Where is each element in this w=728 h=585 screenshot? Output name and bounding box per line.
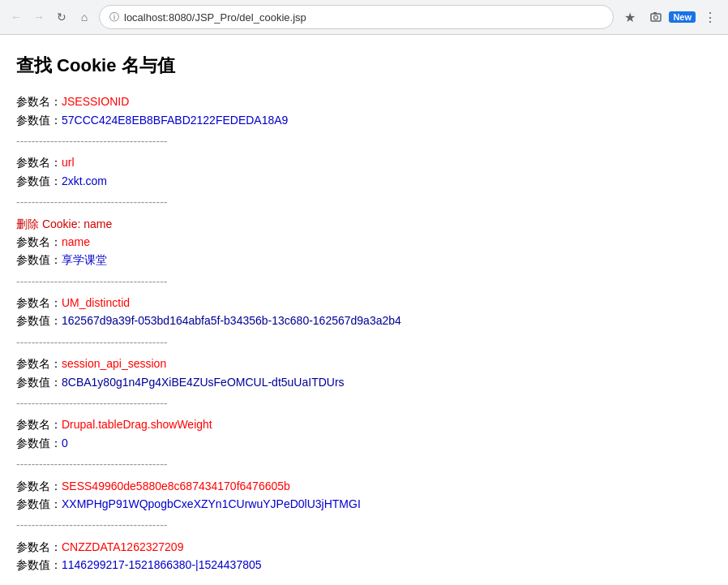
- screenshot-button[interactable]: [644, 6, 667, 28]
- param-value-6: 参数值：0: [16, 434, 712, 452]
- param-name-4: 参数名：UM_distinctid: [16, 294, 712, 312]
- param-name-6: 参数名：Drupal.tableDrag.showWeight: [16, 415, 712, 433]
- separator-3: ----------------------------------------: [16, 273, 712, 290]
- toolbar-right: ★ New ⋮: [619, 6, 722, 28]
- nav-buttons: ← → ↻ ⌂: [6, 7, 94, 27]
- separator-6: ----------------------------------------: [16, 455, 712, 473]
- separator-7: ----------------------------------------: [16, 516, 712, 534]
- page-title: 查找 Cookie 名与值: [16, 51, 712, 80]
- separator-1: ----------------------------------------: [16, 132, 712, 150]
- separator-4: ----------------------------------------: [16, 333, 712, 351]
- cookie-entry-5: 参数名：session_api_session 参数值：8CBA1y80g1n4…: [16, 355, 712, 412]
- cookie-entry-1: 参数名：JSESSIONID 参数值：57CCC424E8EB8BFABD212…: [16, 92, 712, 150]
- param-name-3: 参数名：name: [16, 233, 712, 251]
- param-value-8: 参数值：1146299217-1521866380-|1524437805: [16, 556, 712, 574]
- param-value-7: 参数值：XXMPHgP91WQpogbCxeXZYn1CUrwuYJPeD0lU…: [16, 495, 712, 513]
- param-name-5: 参数名：session_api_session: [16, 355, 712, 372]
- svg-rect-2: [653, 12, 657, 14]
- svg-point-1: [654, 15, 658, 19]
- param-name-1: 参数名：JSESSIONID: [16, 92, 712, 110]
- separator-5: ----------------------------------------: [16, 394, 712, 412]
- cookie-entry-6: 参数名：Drupal.tableDrag.showWeight 参数值：0 --…: [16, 415, 712, 473]
- browser-toolbar: ← → ↻ ⌂ ⓘ ★ New ⋮: [0, 0, 728, 34]
- page-content: 查找 Cookie 名与值 参数名：JSESSIONID 参数值：57CCC42…: [0, 35, 728, 585]
- bookmark-button[interactable]: ★: [619, 6, 641, 28]
- separator-2: ----------------------------------------: [16, 193, 712, 211]
- cookie-entry-8: 参数名：CNZZDATA1262327209 参数值：1146299217-15…: [16, 538, 712, 585]
- lock-icon: ⓘ: [109, 11, 119, 24]
- cookie-entry-2: 参数名：url 参数值：2xkt.com -------------------…: [16, 153, 712, 211]
- param-value-1: 参数值：57CCC424E8EB8BFABD2122FEDEDA18A9: [16, 111, 712, 129]
- new-badge: New: [669, 11, 696, 23]
- param-name-2: 参数名：url: [16, 153, 712, 171]
- more-button[interactable]: ⋮: [699, 6, 722, 28]
- cookie-entry-7: 参数名：SESS49960de5880e8c687434170f6476605b…: [16, 477, 712, 535]
- back-button[interactable]: ←: [6, 7, 26, 27]
- browser-chrome: ← → ↻ ⌂ ⓘ ★ New ⋮: [0, 0, 728, 35]
- param-value-3: 参数值：享学课堂: [16, 251, 712, 269]
- param-name-8: 参数名：CNZZDATA1262327209: [16, 538, 712, 556]
- param-value-4: 参数值：162567d9a39f-053bd164abfa5f-b34356b-…: [16, 312, 712, 329]
- cookie-entry-3: 删除 Cookie: name 参数名：name 参数值：享学课堂 ------…: [16, 215, 712, 291]
- delete-notice: 删除 Cookie: name: [16, 215, 712, 233]
- reload-button[interactable]: ↻: [52, 7, 71, 27]
- param-name-7: 参数名：SESS49960de5880e8c687434170f6476605b: [16, 477, 712, 495]
- address-bar[interactable]: ⓘ: [99, 5, 614, 29]
- param-value-5: 参数值：8CBA1y80g1n4Pg4XiBE4ZUsFeOMCUL-dt5uU…: [16, 373, 712, 391]
- svg-rect-0: [651, 14, 661, 21]
- forward-button[interactable]: →: [29, 7, 49, 27]
- home-button[interactable]: ⌂: [75, 7, 94, 27]
- cookie-entry-4: 参数名：UM_distinctid 参数值：162567d9a39f-053bd…: [16, 294, 712, 351]
- url-input[interactable]: [124, 11, 603, 24]
- separator-8: ----------------------------------------: [16, 578, 712, 585]
- param-value-2: 参数值：2xkt.com: [16, 172, 712, 190]
